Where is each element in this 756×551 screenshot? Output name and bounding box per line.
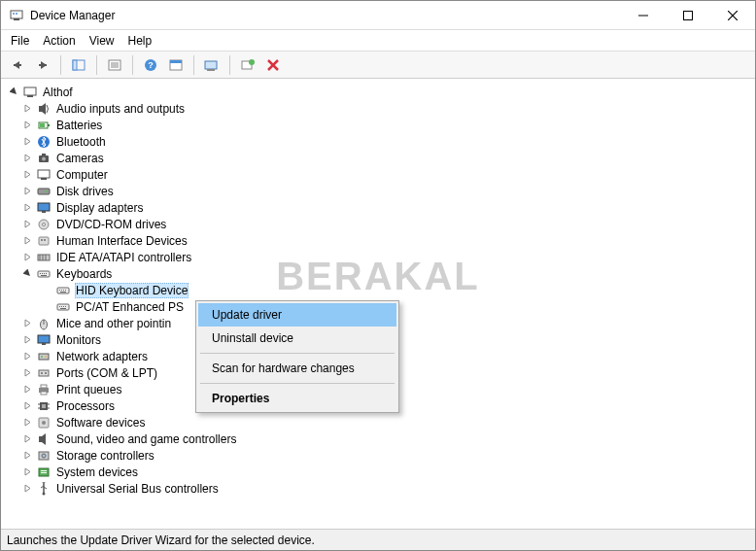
tree-category[interactable]: Display adapters: [1, 199, 755, 216]
expand-icon[interactable]: [20, 135, 34, 149]
minimize-button[interactable]: [621, 1, 666, 30]
tree-category[interactable]: Batteries: [1, 117, 755, 133]
computer-icon: [22, 85, 38, 100]
help-button[interactable]: ?: [140, 54, 161, 76]
category-label: Bluetooth: [55, 135, 107, 149]
expand-icon[interactable]: [20, 383, 34, 396]
context-properties[interactable]: Properties: [198, 387, 396, 410]
svg-rect-28: [39, 106, 42, 112]
expand-icon[interactable]: [20, 333, 34, 347]
context-uninstall-device[interactable]: Uninstall device: [198, 327, 396, 350]
menu-action[interactable]: Action: [43, 34, 75, 48]
tree-category[interactable]: Bluetooth: [1, 133, 755, 150]
svg-rect-21: [207, 69, 215, 71]
forward-button[interactable]: [32, 54, 53, 76]
window-controls: [621, 1, 755, 30]
device-label: PC/AT Enhanced PS: [75, 300, 185, 314]
expand-icon[interactable]: [20, 201, 34, 215]
svg-rect-46: [44, 239, 46, 241]
maximize-button[interactable]: [666, 1, 710, 30]
context-item-label: Update driver: [212, 308, 282, 322]
svg-rect-31: [40, 123, 45, 127]
expand-icon[interactable]: [20, 234, 34, 248]
context-update-driver[interactable]: Update driver: [198, 303, 396, 327]
category-icon: [36, 266, 52, 282]
expand-icon[interactable]: [20, 168, 34, 182]
svg-rect-83: [42, 404, 46, 408]
svg-rect-35: [42, 154, 46, 155]
expand-icon[interactable]: [20, 218, 34, 231]
expand-icon[interactable]: [20, 152, 34, 165]
context-scan-hardware[interactable]: Scan for hardware changes: [198, 357, 396, 380]
category-label: Storage controllers: [55, 449, 155, 463]
expand-icon[interactable]: [20, 102, 34, 116]
close-button[interactable]: [710, 1, 755, 30]
tree-category[interactable]: DVD/CD-ROM drives: [1, 216, 755, 232]
expand-icon[interactable]: [20, 350, 34, 363]
expand-icon[interactable]: [20, 251, 34, 264]
tree-root[interactable]: Althof: [1, 84, 755, 100]
category-icon: [36, 448, 52, 464]
svg-rect-38: [38, 189, 50, 194]
category-icon: [36, 200, 52, 216]
tree-category[interactable]: Audio inputs and outputs: [1, 100, 755, 117]
expand-icon[interactable]: [20, 482, 34, 496]
properties-button[interactable]: [104, 54, 125, 76]
tree-category[interactable]: Cameras: [1, 150, 755, 166]
category-icon: [36, 332, 52, 348]
svg-point-43: [43, 223, 46, 225]
svg-rect-11: [73, 60, 77, 70]
tree-device[interactable]: HID Keyboard Device: [1, 282, 755, 298]
tree-category[interactable]: IDE ATA/ATAPI controllers: [1, 249, 755, 265]
svg-rect-68: [60, 308, 66, 309]
titlebar: Device Manager: [1, 1, 755, 30]
menu-help[interactable]: Help: [128, 34, 153, 48]
expand-icon[interactable]: [20, 399, 34, 413]
tree-category[interactable]: Keyboards: [1, 265, 755, 282]
scan-hardware-button[interactable]: [237, 54, 258, 76]
tree-category[interactable]: Sound, video and game controllers: [1, 430, 755, 447]
toolbar: ?: [1, 52, 755, 79]
svg-rect-59: [61, 290, 62, 291]
tree-category[interactable]: Universal Serial Bus controllers: [1, 480, 755, 497]
menu-file[interactable]: File: [11, 34, 29, 48]
update-driver-button[interactable]: [201, 54, 223, 76]
action-button[interactable]: [165, 54, 187, 76]
collapse-icon[interactable]: [20, 267, 34, 281]
expand-icon[interactable]: [20, 317, 34, 330]
svg-rect-19: [170, 60, 182, 63]
back-button[interactable]: [7, 54, 28, 76]
tree-category[interactable]: System devices: [1, 464, 755, 480]
category-icon: [36, 481, 52, 497]
context-menu: Update driver Uninstall device Scan for …: [195, 300, 399, 413]
uninstall-button[interactable]: [262, 54, 284, 76]
expand-icon[interactable]: [20, 449, 34, 463]
tree-category[interactable]: Software devices: [1, 414, 755, 430]
collapse-icon[interactable]: [7, 86, 20, 99]
expand-icon[interactable]: [20, 416, 34, 430]
category-label: IDE ATA/ATAPI controllers: [55, 251, 192, 264]
menu-view[interactable]: View: [89, 34, 115, 48]
category-icon: [36, 118, 52, 133]
tree-category[interactable]: Disk drives: [1, 183, 755, 199]
svg-point-74: [41, 356, 43, 358]
expand-icon[interactable]: [20, 432, 34, 446]
tree-category[interactable]: Human Interface Devices: [1, 232, 755, 249]
category-label: Print queues: [55, 383, 122, 396]
category-icon: [36, 101, 52, 117]
expand-icon[interactable]: [20, 465, 34, 479]
svg-rect-65: [61, 306, 62, 307]
tree-category[interactable]: Computer: [1, 166, 755, 183]
expand-icon[interactable]: [20, 119, 34, 132]
svg-point-92: [42, 454, 46, 458]
svg-point-34: [42, 156, 46, 160]
svg-rect-1: [14, 18, 19, 20]
tree-category[interactable]: Storage controllers: [1, 447, 755, 464]
category-icon: [36, 233, 52, 249]
show-hide-tree-button[interactable]: [68, 54, 89, 76]
svg-rect-80: [41, 385, 47, 388]
expand-icon[interactable]: [20, 185, 34, 198]
svg-rect-94: [41, 470, 47, 471]
expand-icon[interactable]: [20, 366, 34, 380]
svg-rect-90: [39, 436, 42, 442]
